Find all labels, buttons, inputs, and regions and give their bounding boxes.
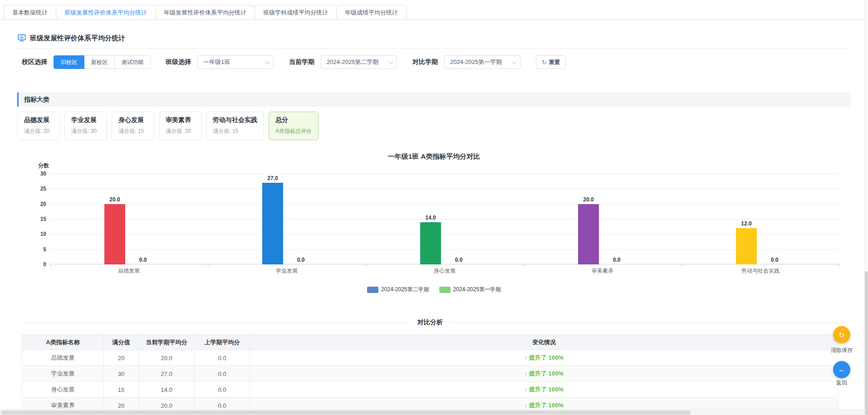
category-card-subtitle: 满分值: 20 <box>166 127 195 135</box>
category-card-5[interactable]: 总分A类指标总评价 <box>269 112 319 140</box>
category-card-subtitle: 满分值: 15 <box>118 127 147 135</box>
bar-group-0: 20.00.0 <box>50 174 208 264</box>
page-title: 班级发展性评价体系平均分统计 <box>30 34 125 43</box>
campus-option-0[interactable]: 旧校区 <box>54 55 84 69</box>
series2-bar-wrap: 0.0 <box>606 257 627 264</box>
series2-bar-wrap: 0.0 <box>132 257 153 264</box>
bar-group-4: 12.00.0 <box>682 174 839 264</box>
y-tick-label-30: 30 <box>32 171 46 177</box>
cell-full-score: 20 <box>104 350 139 366</box>
x-axis-tick <box>682 264 682 267</box>
cell-indicator-name: 学业发展 <box>22 366 104 382</box>
series1-bar-wrap: 20.0 <box>104 196 125 264</box>
category-card-name: 总分 <box>275 116 312 124</box>
tab-0[interactable]: 基本数据统计 <box>4 5 56 20</box>
campus-option-2[interactable]: 测试功能 <box>114 55 151 69</box>
legend-item-1[interactable]: 2024-2025第一学期 <box>439 286 501 293</box>
header-divider <box>17 49 851 49</box>
series1-bar <box>104 204 125 264</box>
cell-last-avg: 0.0 <box>195 366 250 382</box>
refresh-icon: ↻ <box>839 331 844 339</box>
tab-3[interactable]: 班级学科成绩平均分统计 <box>255 5 337 20</box>
bar-value-label: 0.0 <box>139 257 147 263</box>
x-axis-tick <box>50 264 50 267</box>
legend-item-0[interactable]: 2024-2025第二学期 <box>367 286 429 293</box>
cell-change: ↑ 提升了 100% <box>250 382 839 398</box>
chevron-down-icon <box>388 59 393 64</box>
category-card-2[interactable]: 身心发展满分值: 15 <box>112 112 154 140</box>
table-row-1: 学业发展3027.00.0↑ 提升了 100% <box>22 366 839 382</box>
vertical-scrollbar-track <box>864 0 868 415</box>
bar-value-label: 0.0 <box>297 257 305 263</box>
category-card-3[interactable]: 审美素养满分值: 20 <box>159 112 201 140</box>
tab-2[interactable]: 年级发展性评价体系平均分统计 <box>155 5 255 20</box>
category-section-header: 指标大类 <box>17 93 851 107</box>
back-label: 返回 <box>826 379 858 387</box>
table-row-0: 品德发展2020.00.0↑ 提升了 100% <box>22 350 839 366</box>
cell-change: ↑ 提升了 100% <box>250 350 839 366</box>
cell-last-avg: 0.0 <box>195 382 250 398</box>
category-card-4[interactable]: 劳动与社会实践满分值: 15 <box>206 112 264 140</box>
category-card-subtitle: 满分值: 15 <box>213 127 257 135</box>
divider-line <box>450 322 839 323</box>
series1-bar-wrap: 12.0 <box>736 220 757 264</box>
x-axis-tick <box>839 264 840 267</box>
category-card-name: 审美素养 <box>166 116 195 124</box>
chevron-down-icon <box>512 59 517 64</box>
campus-filter-label: 校区选择 <box>22 58 47 66</box>
bar-value-label: 12.0 <box>741 220 751 227</box>
compare-term-select[interactable]: 2024-2025第一学期 <box>444 55 520 69</box>
cell-current-avg: 27.0 <box>139 366 195 382</box>
tab-1[interactable]: 班级发展性评价体系平均分统计 <box>56 5 156 20</box>
back-button[interactable]: ← <box>833 361 850 378</box>
category-card-name: 品德发展 <box>24 116 53 124</box>
series1-bar-wrap: 14.0 <box>420 215 441 264</box>
bar-value-label: 14.0 <box>425 215 436 221</box>
tab-bar: 基本数据统计班级发展性评价体系平均分统计年级发展性评价体系平均分统计班级学科成绩… <box>4 5 406 20</box>
compare-term-filter-label: 对比学期 <box>412 58 438 66</box>
tab-4[interactable]: 年级成绩平均分统计 <box>336 5 407 20</box>
table-header-row: A类指标名称满分值当前学期平均分上学期平均分变化情况 <box>22 335 839 350</box>
chart-title: 一年级1班 A类指标平均分对比 <box>0 152 868 161</box>
comparison-table: A类指标名称满分值当前学期平均分上学期平均分变化情况 品德发展2020.00.0… <box>22 334 839 414</box>
column-header-0: A类指标名称 <box>22 335 104 350</box>
filter-bar: 校区选择 旧校区新校区测试功能 班级选择 一年级1班 当前学期 2024-202… <box>22 55 566 69</box>
cell-last-avg: 0.0 <box>195 350 250 366</box>
cell-current-avg: 14.0 <box>139 382 195 398</box>
compare-term-select-value: 2024-2025第一学期 <box>450 58 502 66</box>
cell-indicator-name: 品德发展 <box>22 350 104 366</box>
campus-option-1[interactable]: 新校区 <box>84 55 115 69</box>
clear-cache-button[interactable]: ↻ <box>833 326 850 343</box>
column-header-4: 变化情况 <box>250 335 839 350</box>
category-card-1[interactable]: 学业发展满分值: 30 <box>64 112 107 140</box>
current-term-select[interactable]: 2024-2025第二学期 <box>321 55 397 69</box>
category-card-name: 身心发展 <box>118 116 147 124</box>
series2-bar-wrap: 0.0 <box>764 257 785 264</box>
legend-label: 2024-2025第一学期 <box>453 286 501 293</box>
cell-indicator-name: 身心发展 <box>22 382 104 398</box>
refresh-icon: ↻ <box>542 59 547 66</box>
table-body: 品德发展2020.00.0↑ 提升了 100%学业发展3027.00.0↑ 提升… <box>22 350 839 414</box>
column-header-3: 上学期平均分 <box>195 335 250 350</box>
clear-cache-label: 清除缓存 <box>826 347 858 354</box>
bar-value-label: 20.0 <box>109 196 120 203</box>
y-axis-title: 分数 <box>34 162 54 170</box>
category-card-0[interactable]: 品德发展满分值: 20 <box>17 112 60 140</box>
series1-bar-wrap: 20.0 <box>578 196 599 264</box>
current-term-select-value: 2024-2025第二学期 <box>327 58 378 66</box>
x-axis-labels: 品德发展学业发展身心发展审美素养劳动与社会实践 <box>50 267 839 274</box>
series1-bar-wrap: 27.0 <box>262 175 283 264</box>
horizontal-scrollbar-thumb[interactable] <box>1 410 691 415</box>
class-select[interactable]: 一年级1班 <box>197 55 274 69</box>
bar-chart-plot-area: 分数 05101520253020.00.027.00.014.00.020.0… <box>50 174 839 264</box>
chevron-down-icon <box>265 59 270 64</box>
cell-full-score: 15 <box>104 382 139 398</box>
legend-swatch <box>367 287 378 293</box>
cell-change: ↑ 提升了 100% <box>250 366 839 382</box>
class-filter-label: 班级选择 <box>166 58 191 66</box>
comparison-title: 对比分析 <box>417 318 443 327</box>
series1-bar <box>578 204 599 264</box>
category-section-title: 指标大类 <box>24 96 49 104</box>
vertical-scrollbar-thumb[interactable] <box>865 271 868 415</box>
reset-button[interactable]: ↻ 重置 <box>536 55 566 69</box>
